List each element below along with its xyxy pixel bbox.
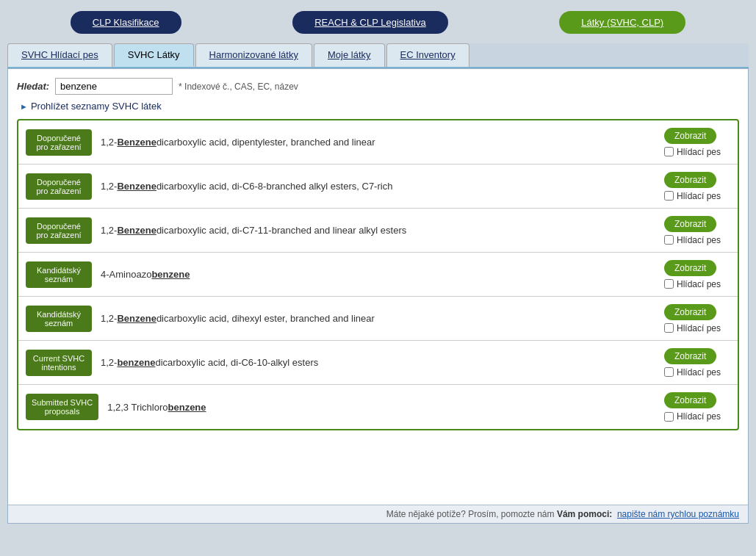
- status-badge: Doporučené pro zařazení: [26, 173, 92, 200]
- hlidaci-pes-checkbox[interactable]: [664, 367, 674, 377]
- hlidaci-pes-checkbox[interactable]: [664, 323, 674, 333]
- hlidaci-pes-checkbox[interactable]: [664, 279, 674, 289]
- substance-name: 1,2-Benzenedicarboxylic acid, dihexyl es…: [101, 313, 655, 324]
- checkbox-label: Hlídací pes: [677, 411, 721, 422]
- checkbox-label: Hlídací pes: [677, 147, 721, 157]
- table-row: Current SVHC intentions1,2-benzenedicarb…: [18, 341, 738, 385]
- status-bar: Máte nějaké potíže? Prosím, pomozte nám …: [8, 505, 748, 523]
- checkbox-row: Hlídací pes: [664, 411, 721, 422]
- action-col: ZobrazitHlídací pes: [664, 128, 730, 157]
- hlidaci-pes-checkbox[interactable]: [664, 235, 674, 245]
- zobrazit-button[interactable]: Zobrazit: [664, 348, 716, 364]
- zobrazit-button[interactable]: Zobrazit: [664, 304, 716, 320]
- status-badge: Kandidátský seznám: [26, 306, 92, 332]
- zobrazit-button[interactable]: Zobrazit: [664, 392, 716, 408]
- browse-link[interactable]: ► Prohlížet seznamy SVHC látek: [20, 101, 739, 112]
- tabs-row: SVHC Hlídací pes SVHC Látky Harmonizovan…: [7, 43, 749, 68]
- tab-svhc-latky[interactable]: SVHC Látky: [114, 43, 194, 67]
- checkbox-label: Hlídací pes: [677, 191, 721, 201]
- checkbox-label: Hlídací pes: [677, 235, 721, 245]
- status-badge: Doporučené pro zařazení: [26, 217, 92, 244]
- action-col: ZobrazitHlídací pes: [664, 260, 730, 289]
- tab-moje-latky[interactable]: Moje látky: [314, 43, 385, 67]
- results-container: Doporučené pro zařazení1,2-Benzenedicarb…: [17, 119, 739, 430]
- checkbox-row: Hlídací pes: [664, 191, 721, 201]
- app-container: CLP Klasifikace REACH & CLP Legislativa …: [0, 0, 756, 556]
- zobrazit-button[interactable]: Zobrazit: [664, 128, 716, 144]
- action-col: ZobrazitHlídací pes: [664, 216, 730, 245]
- checkbox-label: Hlídací pes: [677, 367, 721, 378]
- checkbox-row: Hlídací pes: [664, 235, 721, 245]
- checkbox-row: Hlídací pes: [664, 147, 721, 157]
- tab-ec-inventory[interactable]: EC Inventory: [386, 43, 469, 67]
- substance-name: 4-Aminoazobenzene: [101, 269, 655, 280]
- action-col: ZobrazitHlídací pes: [664, 172, 730, 201]
- clp-klasifikace-button[interactable]: CLP Klasifikace: [71, 11, 181, 34]
- tab-svhc-hlidaci-pes[interactable]: SVHC Hlídací pes: [7, 43, 112, 67]
- highlight-text: Benzene: [117, 313, 156, 324]
- hlidaci-pes-checkbox[interactable]: [664, 191, 674, 201]
- table-row: Doporučené pro zařazení1,2-Benzenedicarb…: [18, 209, 738, 253]
- highlight-text: Benzene: [117, 181, 156, 192]
- search-label: Hledat:: [17, 81, 49, 92]
- main-panel: Hledat: * Indexové č., CAS, EC, název ► …: [7, 68, 749, 524]
- search-input[interactable]: [55, 78, 173, 95]
- zobrazit-button[interactable]: Zobrazit: [664, 260, 716, 276]
- checkbox-row: Hlídací pes: [664, 279, 721, 289]
- highlight-text: benzene: [168, 402, 206, 413]
- substance-name: 1,2-Benzenedicarboxylic acid, di-C7-11-b…: [101, 225, 655, 236]
- action-col: ZobrazitHlídací pes: [664, 392, 730, 422]
- status-badge: Current SVHC intentions: [26, 350, 92, 376]
- table-row: Doporučené pro zařazení1,2-Benzenedicarb…: [18, 120, 738, 165]
- substance-name: 1,2-Benzenedicarboxylic acid, dipentyles…: [101, 137, 655, 148]
- top-nav: CLP Klasifikace REACH & CLP Legislativa …: [7, 7, 749, 37]
- checkbox-label: Hlídací pes: [677, 279, 721, 289]
- table-row: Submitted SVHC proposals1,2,3 Trichlorob…: [18, 385, 738, 429]
- zobrazit-button[interactable]: Zobrazit: [664, 216, 716, 232]
- checkbox-row: Hlídací pes: [664, 367, 721, 378]
- status-badge: Kandidátský seznám: [26, 261, 92, 288]
- status-text: Máte nějaké potíže? Prosím, pomozte nám: [386, 509, 555, 519]
- hlidaci-pes-checkbox[interactable]: [664, 412, 674, 422]
- action-col: ZobrazitHlídací pes: [664, 304, 730, 333]
- highlight-text: benzene: [151, 269, 190, 280]
- browse-arrow-icon: ►: [20, 102, 28, 111]
- table-row: Kandidátský seznám1,2-Benzenedicarboxyli…: [18, 297, 738, 341]
- search-hint: * Indexové č., CAS, EC, název: [179, 82, 298, 92]
- highlight-text: Benzene: [117, 137, 156, 148]
- table-row: Kandidátský seznám4-AminoazobenzeneZobra…: [18, 253, 738, 297]
- tab-harmonizovane-latky[interactable]: Harmonizované látky: [195, 43, 312, 67]
- hlidaci-pes-checkbox[interactable]: [664, 147, 674, 156]
- substance-name: 1,2-benzenedicarboxylic acid, di-C6-10-a…: [101, 357, 655, 368]
- browse-label: Prohlížet seznamy SVHC látek: [31, 101, 162, 112]
- substance-name: 1,2,3 Trichlorobenzene: [107, 402, 655, 413]
- zobrazit-button[interactable]: Zobrazit: [664, 172, 716, 188]
- action-col: ZobrazitHlídací pes: [664, 348, 730, 378]
- highlight-text: Benzene: [117, 225, 156, 236]
- search-row: Hledat: * Indexové č., CAS, EC, název: [17, 78, 739, 95]
- status-link[interactable]: napište nám rychlou poznámku: [617, 509, 739, 519]
- checkbox-row: Hlídací pes: [664, 323, 721, 333]
- substance-name: 1,2-Benzenedicarboxylic acid, di-C6-8-br…: [101, 181, 655, 192]
- highlight-text: benzene: [117, 357, 155, 368]
- status-badge: Submitted SVHC proposals: [26, 394, 98, 420]
- reach-clp-legislativa-button[interactable]: REACH & CLP Legislativa: [292, 11, 448, 34]
- latky-svhc-clp-button[interactable]: Látky (SVHC, CLP): [559, 11, 685, 34]
- status-bold: Vám pomoci:: [557, 509, 612, 519]
- table-row: Doporučené pro zařazení1,2-Benzenedicarb…: [18, 165, 738, 209]
- status-badge: Doporučené pro zařazení: [26, 129, 92, 156]
- checkbox-label: Hlídací pes: [677, 323, 721, 333]
